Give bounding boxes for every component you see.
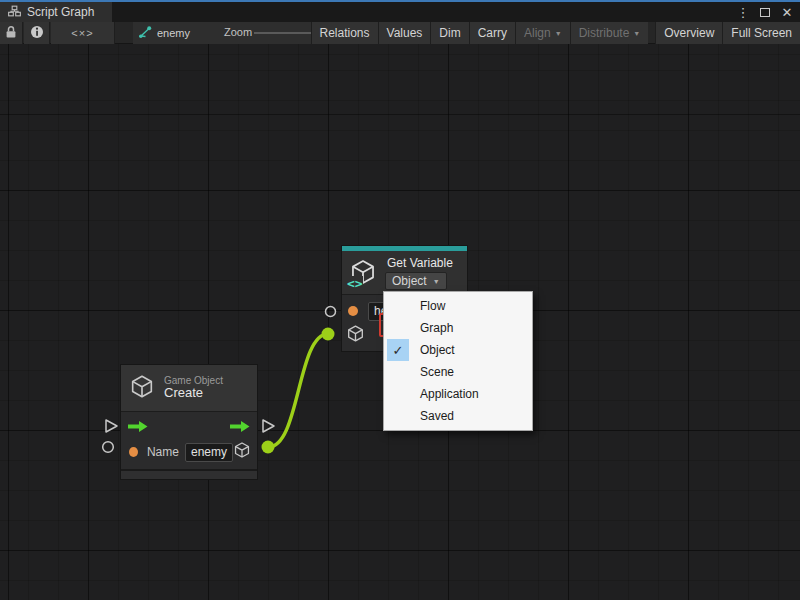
gameobject-output-icon[interactable]	[233, 441, 251, 463]
flow-out-port-icon[interactable]	[261, 418, 276, 438]
create-node-body: Name enemy	[121, 411, 257, 469]
overview-button[interactable]: Overview	[655, 22, 722, 44]
tab-title: Script Graph	[27, 5, 94, 19]
create-node-footer	[121, 469, 257, 479]
zoom-label: Zoom	[224, 26, 252, 38]
distribute-dropdown-button[interactable]: Distribute▼	[570, 22, 649, 44]
wire-start-port[interactable]	[262, 441, 275, 454]
wire-end-port[interactable]	[322, 328, 335, 341]
graph-icon	[138, 25, 152, 42]
toolbar-buttons: Relations Values Dim Carry Align▼ Distri…	[311, 22, 800, 44]
gameobject-port-icon[interactable]	[346, 324, 365, 347]
script-graph-window: Script Graph ⋮ ✕	[0, 0, 800, 600]
check-slot	[387, 383, 409, 405]
name-input[interactable]: enemy	[185, 443, 233, 462]
node-title: Create	[164, 386, 223, 401]
tab-script-graph[interactable]: Script Graph	[0, 2, 112, 22]
chevron-down-icon: ▼	[633, 30, 640, 37]
lock-icon	[5, 25, 17, 42]
name-value-port[interactable]	[129, 447, 138, 457]
graph-toolbar: <×> enemy Zoom 1x Relations Values Dim C…	[0, 22, 800, 44]
menu-item-scene[interactable]: Scene	[386, 361, 530, 383]
chevron-down-icon: ▼	[555, 30, 562, 37]
menu-item-graph[interactable]: Graph	[386, 317, 530, 339]
close-icon[interactable]: ✕	[778, 3, 796, 21]
tab-bar: Script Graph ⋮ ✕	[0, 2, 800, 22]
flow-in-arrow-icon[interactable]	[127, 419, 149, 437]
menu-item-object[interactable]: ✓ Object	[386, 339, 530, 361]
code-brackets-icon: <>	[347, 276, 363, 291]
kebab-menu-icon[interactable]: ⋮	[734, 3, 752, 21]
create-node-header: Game Object Create	[121, 365, 257, 411]
info-button[interactable]	[24, 22, 50, 44]
menu-item-flow[interactable]: Flow	[386, 295, 530, 317]
hierarchy-icon	[8, 5, 21, 20]
check-slot	[387, 295, 409, 317]
check-slot	[387, 361, 409, 383]
checkmark-icon: ✓	[387, 339, 409, 361]
window-controls: ⋮ ✕	[734, 2, 796, 22]
dim-button[interactable]: Dim	[430, 22, 468, 44]
relations-button[interactable]: Relations	[311, 22, 378, 44]
flow-in-port-icon[interactable]	[104, 418, 119, 438]
flow-out-arrow-icon[interactable]	[229, 419, 251, 437]
check-slot	[387, 317, 409, 339]
name-value-port[interactable]	[348, 306, 358, 316]
check-slot	[387, 405, 409, 427]
graph-canvas[interactable]: <> Get Variable Object ▼ he	[0, 44, 800, 600]
unconnected-port-icon[interactable]	[324, 304, 337, 322]
variable-cube-icon: <>	[349, 254, 377, 290]
maximize-icon[interactable]	[756, 3, 774, 21]
breadcrumb-graph-name[interactable]: enemy	[157, 27, 190, 39]
param-label: Name	[147, 445, 179, 459]
chevron-down-icon: ▼	[433, 278, 440, 285]
variable-scope-dropdown[interactable]: Object ▼	[385, 272, 447, 290]
full-screen-button[interactable]: Full Screen	[722, 22, 800, 44]
align-dropdown-button[interactable]: Align▼	[515, 22, 570, 44]
create-gameobject-node[interactable]: Game Object Create Name	[120, 364, 258, 480]
variable-scope-menu: Flow Graph ✓ Object Scene Application Sa…	[383, 291, 533, 431]
info-icon	[30, 25, 44, 42]
carry-button[interactable]: Carry	[469, 22, 515, 44]
values-button[interactable]: Values	[378, 22, 431, 44]
value-in-port-icon[interactable]	[101, 440, 115, 458]
gameobject-cube-icon	[129, 373, 155, 404]
code-icon: <×>	[71, 27, 93, 39]
code-preview-button[interactable]: <×>	[51, 22, 115, 44]
menu-item-saved[interactable]: Saved	[386, 405, 530, 427]
node-title: Get Variable	[387, 256, 453, 270]
get-variable-header: <> Get Variable Object ▼	[342, 251, 467, 294]
menu-item-application[interactable]: Application	[386, 383, 530, 405]
lock-button[interactable]	[0, 22, 23, 44]
